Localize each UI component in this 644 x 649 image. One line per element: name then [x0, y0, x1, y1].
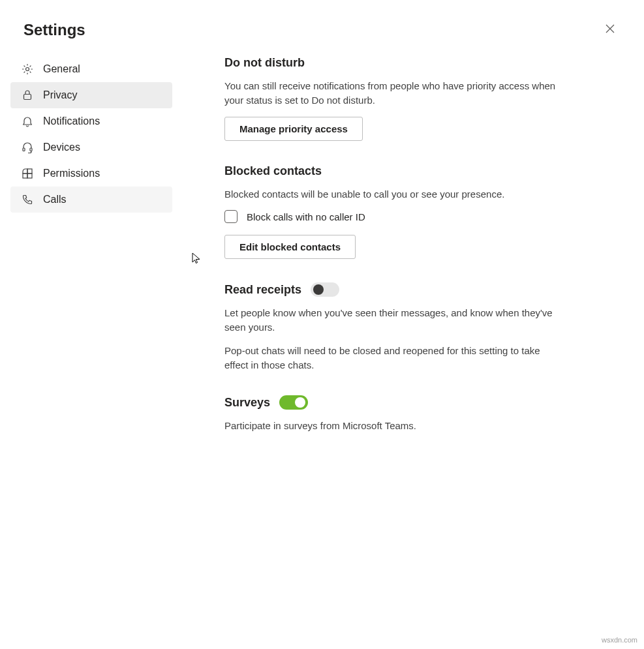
- svg-rect-5: [23, 174, 27, 178]
- manage-priority-access-button[interactable]: Manage priority access: [224, 117, 363, 141]
- blocked-description: Blocked contacts will be unable to call …: [224, 187, 556, 202]
- toggle-knob: [313, 284, 324, 295]
- block-no-caller-id-row[interactable]: Block calls with no caller ID: [224, 210, 556, 223]
- svg-point-0: [26, 68, 29, 71]
- sidebar-item-privacy[interactable]: Privacy: [10, 82, 172, 108]
- surveys-title: Surveys: [224, 396, 270, 410]
- svg-rect-1: [24, 95, 31, 100]
- lock-icon: [21, 89, 34, 102]
- grid-icon: [21, 167, 34, 180]
- section-surveys: Surveys Participate in surveys from Micr…: [224, 395, 556, 433]
- sidebar-item-permissions[interactable]: Permissions: [10, 160, 172, 187]
- read-receipts-desc-1: Let people know when you've seen their m…: [224, 306, 556, 335]
- svg-rect-6: [27, 174, 32, 178]
- surveys-description: Participate in surveys from Microsoft Te…: [224, 419, 556, 433]
- settings-sidebar: General Privacy Notifications Devices Pe: [10, 56, 180, 457]
- toggle-knob: [295, 397, 305, 408]
- sidebar-item-label: General: [43, 63, 80, 75]
- close-icon: [606, 24, 615, 36]
- dnd-description: You can still receive notifications from…: [224, 79, 556, 108]
- sidebar-item-general[interactable]: General: [10, 56, 172, 82]
- sidebar-item-label: Notifications: [43, 115, 100, 127]
- page-title: Settings: [23, 21, 85, 39]
- settings-content: Do not disturb You can still receive not…: [180, 56, 572, 457]
- block-no-caller-id-checkbox[interactable]: [224, 210, 238, 223]
- edit-blocked-contacts-button[interactable]: Edit blocked contacts: [224, 235, 356, 259]
- sidebar-item-label: Permissions: [43, 168, 100, 179]
- section-blocked-contacts: Blocked contacts Blocked contacts will b…: [224, 164, 556, 260]
- sidebar-item-label: Calls: [43, 194, 67, 205]
- read-receipts-toggle[interactable]: [311, 282, 339, 297]
- dnd-title: Do not disturb: [224, 56, 556, 70]
- sidebar-item-notifications[interactable]: Notifications: [10, 108, 172, 134]
- read-receipts-desc-2: Pop-out chats will need to be closed and…: [224, 344, 556, 372]
- svg-rect-2: [23, 148, 25, 151]
- surveys-toggle[interactable]: [279, 395, 308, 410]
- bell-icon: [21, 115, 34, 128]
- sidebar-item-devices[interactable]: Devices: [10, 134, 172, 160]
- block-no-caller-id-label: Block calls with no caller ID: [247, 211, 365, 222]
- phone-icon: [21, 193, 34, 206]
- settings-header: Settings: [0, 0, 644, 56]
- close-button[interactable]: [600, 20, 621, 40]
- gear-icon: [21, 63, 34, 76]
- section-do-not-disturb: Do not disturb You can still receive not…: [224, 56, 556, 141]
- svg-rect-3: [30, 148, 32, 151]
- svg-rect-4: [27, 169, 32, 174]
- settings-layout: General Privacy Notifications Devices Pe: [0, 56, 644, 457]
- sidebar-item-label: Devices: [43, 142, 80, 153]
- read-receipts-title: Read receipts: [224, 283, 301, 297]
- blocked-title: Blocked contacts: [224, 164, 556, 178]
- sidebar-item-label: Privacy: [43, 89, 77, 101]
- headset-icon: [21, 141, 34, 154]
- sidebar-item-calls[interactable]: Calls: [10, 187, 172, 213]
- watermark: wsxdn.com: [602, 636, 637, 644]
- section-read-receipts: Read receipts Let people know when you'v…: [224, 282, 556, 372]
